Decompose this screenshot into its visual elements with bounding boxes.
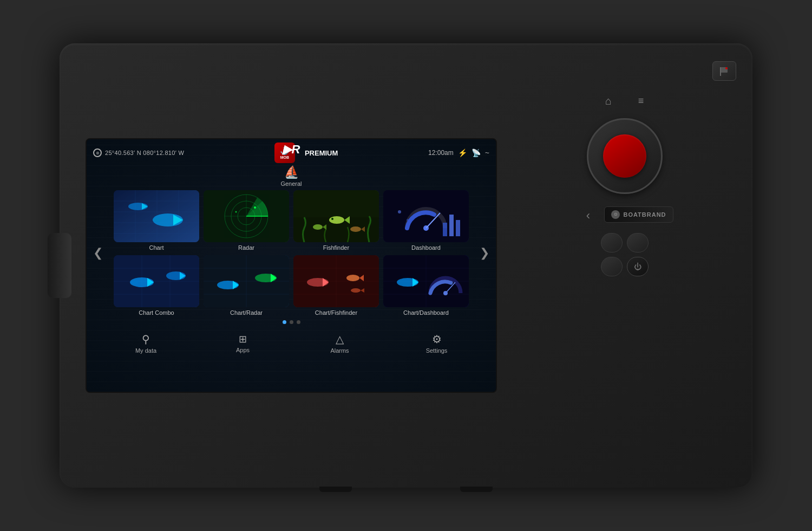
screen-container: ▶R ⊕ 25°40.563′ N 080°12.810′ W ⚓ MOB PR…: [86, 138, 497, 393]
pagination-dots: [87, 320, 496, 324]
svg-point-24: [329, 216, 344, 224]
signal-icon: ⚡: [458, 148, 467, 157]
nav-settings[interactable]: ⚙ Settings: [415, 333, 459, 354]
joystick-knob[interactable]: [603, 134, 646, 178]
chart-combo-label: Chart Combo: [139, 309, 174, 316]
nav-apps[interactable]: ⊞ Apps: [221, 333, 265, 353]
top-buttons: [508, 61, 742, 81]
coordinates-display: 25°40.563′ N 080°12.810′ W: [105, 150, 184, 156]
screen: ▶R ⊕ 25°40.563′ N 080°12.810′ W ⚓ MOB PR…: [87, 139, 496, 392]
prev-page-arrow[interactable]: ❮: [93, 246, 103, 260]
bottom-nav: ⚲ My data ⊞ Apps △ Alarms ⚙ Settings: [87, 328, 496, 358]
nav-my-data[interactable]: ⚲ My data: [125, 333, 168, 354]
flag-button[interactable]: [712, 61, 736, 81]
general-label: General: [280, 180, 302, 187]
svg-point-81: [725, 67, 728, 69]
apps-grid: ❮ ❯: [87, 190, 496, 316]
svg-point-21: [235, 211, 237, 213]
foot-left: [319, 487, 352, 492]
my-data-icon: ⚲: [142, 333, 150, 346]
my-data-label: My data: [135, 347, 156, 354]
svg-point-68: [351, 288, 361, 293]
apps-row-2: Chart Combo: [108, 255, 474, 316]
dot-2[interactable]: [290, 320, 293, 324]
premium-info: PREMIUM: [299, 149, 338, 157]
general-category[interactable]: ⛵ General: [87, 165, 496, 187]
app-tile-chart-radar[interactable]: Chart/Radar: [204, 255, 289, 316]
svg-point-10: [153, 218, 161, 222]
small-btn-3[interactable]: [601, 257, 623, 276]
home-icon: ⌂: [605, 95, 612, 107]
power-button[interactable]: ⏻: [627, 257, 649, 276]
home-menu-row: ⌂ ≡: [508, 89, 742, 113]
nav-alarms[interactable]: △ Alarms: [318, 333, 362, 354]
svg-rect-80: [720, 67, 721, 76]
chart-radar-label: Chart/Radar: [230, 309, 263, 316]
chart-label: Chart: [149, 244, 164, 251]
fishfinder-label: Fishfinder: [323, 244, 349, 251]
back-button[interactable]: ‹: [576, 204, 600, 228]
back-brand-row: ‹ ⊙ BOATBRAND: [576, 198, 673, 228]
svg-point-38: [407, 219, 409, 221]
app-tile-radar[interactable]: Radar: [204, 190, 289, 251]
settings-icon: ⚙: [432, 333, 442, 346]
chart-fishfinder-label: Chart/Fishfinder: [315, 309, 357, 316]
boatbrand-text: BOATBRAND: [623, 211, 666, 218]
svg-rect-36: [456, 220, 460, 236]
premium-label: PREMIUM: [305, 149, 338, 157]
alarms-icon: △: [336, 333, 344, 346]
right-panel: ⌂ ≡ ‹ ⊙ BOATBRAND: [497, 53, 752, 478]
apps-icon: ⊞: [239, 333, 247, 345]
menu-icon: ≡: [638, 95, 644, 107]
globe-icon: ⊕: [93, 148, 102, 157]
joystick-outer[interactable]: [587, 118, 663, 194]
gps-icon: ~: [485, 148, 489, 157]
header-left: ⊕ 25°40.563′ N 080°12.810′ W: [93, 148, 184, 157]
wifi-icon: 📡: [472, 148, 481, 157]
svg-point-29: [350, 226, 361, 232]
power-icon: ⏻: [634, 262, 641, 271]
alarms-label: Alarms: [330, 347, 349, 354]
app-tile-fishfinder[interactable]: Fishfinder: [293, 190, 379, 251]
left-knob[interactable]: [48, 233, 71, 298]
radar-label: Radar: [238, 244, 254, 251]
app-tile-chart-fishfinder[interactable]: Chart/Fishfinder: [293, 255, 379, 316]
boatbrand-badge: ⊙ BOATBRAND: [604, 206, 673, 223]
small-btn-1[interactable]: [601, 233, 623, 252]
svg-point-37: [398, 210, 401, 213]
brand-logo: ▶R: [283, 143, 300, 157]
svg-point-47: [130, 281, 138, 284]
svg-point-26: [331, 218, 333, 220]
header-right: 12:00am ⚡ 📡 ~: [428, 148, 489, 157]
foot-right: [460, 487, 493, 492]
svg-rect-34: [443, 223, 447, 236]
dot-1[interactable]: [283, 320, 286, 324]
small-buttons-grid: ⏻: [601, 233, 649, 276]
svg-point-27: [313, 224, 323, 230]
app-tile-chart-combo[interactable]: Chart Combo: [114, 255, 199, 316]
home-button[interactable]: ⌂: [595, 89, 622, 113]
svg-point-78: [443, 291, 448, 295]
svg-point-66: [346, 275, 359, 281]
menu-button[interactable]: ≡: [627, 89, 654, 113]
logo-text: ▶R: [283, 143, 300, 157]
app-tile-chart-dashboard[interactable]: Chart/Dashboard: [383, 255, 469, 316]
ship-icon: ⛵: [284, 165, 299, 179]
svg-rect-35: [449, 215, 454, 236]
svg-point-20: [254, 206, 256, 209]
small-btn-2[interactable]: [627, 233, 649, 252]
next-page-arrow[interactable]: ❯: [480, 246, 489, 260]
app-tile-chart[interactable]: Chart: [114, 190, 199, 251]
device-feet: [319, 487, 493, 492]
dot-3[interactable]: [297, 320, 300, 324]
device-body: ▶R ⊕ 25°40.563′ N 080°12.810′ W ⚓ MOB PR…: [60, 43, 752, 488]
joystick-area: [587, 118, 663, 194]
dashboard-label: Dashboard: [411, 244, 441, 251]
back-icon: ‹: [586, 209, 590, 223]
boatbrand-icon: ⊙: [611, 210, 620, 219]
app-tile-dashboard[interactable]: Dashboard: [383, 190, 469, 251]
status-icons: ⚡ 📡 ~: [458, 148, 489, 157]
time-display: 12:00am: [428, 149, 454, 157]
chart-dashboard-label: Chart/Dashboard: [403, 309, 449, 316]
settings-label: Settings: [426, 347, 448, 354]
